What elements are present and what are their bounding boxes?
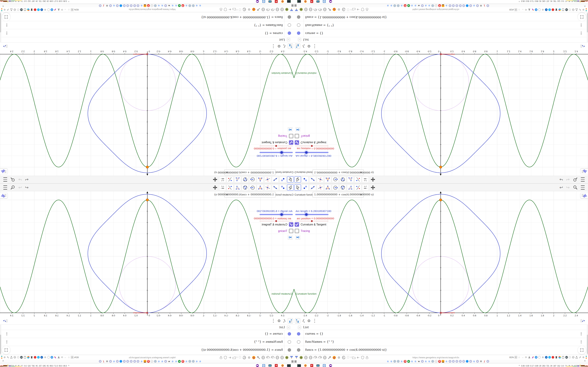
vimium-icon[interactable]: [294, 356, 298, 359]
graph-list-toggle[interactable]: [580, 318, 585, 324]
browser-tab-strip[interactable]: GGGЯwGGWGGiЯGG⚙f ^: [0, 4, 294, 7]
extension-down-blue-icon[interactable]: ↓: [37, 356, 40, 359]
list-collapse-button[interactable]: −: [287, 38, 290, 41]
extension-gear-icon[interactable]: ⚙: [541, 8, 544, 11]
visibility-toggle[interactable]: [297, 15, 300, 19]
lock-icon[interactable]: [219, 8, 223, 11]
tool-conic-through-points[interactable]: [339, 176, 346, 183]
tool-slider[interactable]: a=2: [219, 176, 226, 183]
tab-favicon-flower[interactable]: [421, 4, 424, 7]
tab-pause-icon[interactable]: [291, 4, 293, 7]
extension-ud-icon[interactable]: UD: [565, 8, 568, 11]
view-options-kebab[interactable]: [313, 43, 316, 49]
tab-favicon-google[interactable]: G: [414, 360, 417, 363]
tab-favicon-google[interactable]: G: [473, 4, 476, 7]
tab-favicon-flower[interactable]: [130, 360, 133, 363]
algebra-row[interactable]: curves = {}: [0, 29, 294, 37]
tool-move-graphics-view[interactable]: [212, 184, 218, 191]
tab-favicon-google[interactable]: G: [112, 360, 115, 363]
extension-ud-icon[interactable]: UD: [20, 356, 23, 359]
tab-favicon-dark-gear[interactable]: ⚙: [479, 4, 483, 7]
extension-reload-icon[interactable]: ⟳: [61, 8, 63, 11]
tracing-checkbox[interactable]: [295, 134, 299, 138]
row-options-kebab[interactable]: [7, 23, 7, 27]
settings-button[interactable]: ⚙: [277, 318, 281, 324]
extension-shield-icon[interactable]: [568, 8, 571, 11]
tab-favicon-sphere[interactable]: [154, 4, 157, 7]
extension-down-blue-icon[interactable]: ↓: [548, 8, 551, 11]
tab-favicon-flower[interactable]: [459, 360, 462, 363]
algebra-row[interactable]: curves = {}: [294, 330, 588, 338]
tab-overflow-chevron-icon[interactable]: ^: [2, 4, 4, 7]
tool-line-with-points[interactable]: [227, 184, 233, 191]
launcher-red-badge-icon[interactable]: ⚙: [309, 364, 314, 367]
curvature-function-input[interactable]: 1.000000000000 + cos(4.000000000000 x): [312, 192, 364, 198]
arc-position-slider-knob[interactable]: [275, 145, 277, 147]
play-pause-button[interactable]: [288, 128, 293, 132]
visibility-toggle[interactable]: [297, 32, 300, 35]
tab-favicon-info[interactable]: i: [150, 4, 153, 7]
extension-record-red-icon[interactable]: [34, 356, 37, 359]
fullscreen-button[interactable]: [2, 13, 10, 21]
launcher-monitor-icon[interactable]: [268, 0, 272, 3]
tab-favicon-flower[interactable]: [476, 360, 479, 363]
extension-arrow-right-icon[interactable]: →: [64, 8, 67, 11]
tool-point-with-label[interactable]: A: [302, 176, 309, 183]
tool-angle[interactable]: α: [347, 184, 354, 191]
tab-favicon-google[interactable]: G: [195, 360, 198, 363]
extension-blue-a-icon[interactable]: A: [535, 8, 538, 11]
tool-move-cursor[interactable]: [287, 176, 294, 183]
tab-favicon-info[interactable]: i: [435, 360, 438, 363]
lock-icon[interactable]: [219, 356, 223, 359]
tab-favicon-flower[interactable]: [126, 360, 129, 363]
launcher-privacy-mask-icon[interactable]: [328, 0, 333, 3]
tab-favicon-google[interactable]: G: [411, 4, 414, 7]
visibility-toggle[interactable]: [297, 348, 300, 352]
launcher-terminal-icon[interactable]: ▸_: [287, 0, 291, 3]
row-options-kebab[interactable]: [7, 332, 7, 336]
algebra-row[interactable]: curves = {}: [294, 29, 588, 37]
graph-list-toggle[interactable]: [3, 43, 8, 49]
row-options-kebab[interactable]: [581, 23, 581, 27]
dropdown-arrow-icon[interactable]: [360, 171, 362, 173]
tab-favicon-flower[interactable]: [164, 360, 167, 363]
extension-star-icon[interactable]: ☆: [518, 8, 521, 11]
browser-tab-strip[interactable]: GGGЯwGGWGGiЯGG⚙f ^: [294, 4, 588, 7]
tab-favicon-photos[interactable]: [441, 360, 444, 363]
tool-circle-with-center[interactable]: [249, 176, 256, 183]
extension-translate-icon[interactable]: A: [71, 8, 74, 11]
extension-download-icon[interactable]: [528, 356, 531, 359]
extension-plus-blue-icon[interactable]: +: [545, 356, 548, 359]
launcher-red-badge-icon[interactable]: ⚙: [274, 364, 279, 367]
tab-favicon-google[interactable]: G: [185, 4, 188, 7]
lock-icon[interactable]: [365, 356, 369, 359]
gauge-icon[interactable]: [318, 8, 322, 11]
tab-favicon-yandex[interactable]: Я: [438, 360, 441, 363]
tab-favicon-wikipedia[interactable]: W: [168, 4, 171, 7]
tab-favicon-flower[interactable]: [486, 360, 489, 363]
tab-favicon-flower[interactable]: [123, 4, 126, 7]
launcher-privacy-mask-icon[interactable]: [255, 364, 260, 367]
extension-download-icon[interactable]: [528, 8, 531, 11]
tab-favicon-wikipedia[interactable]: W: [417, 4, 420, 7]
extension-gear-icon[interactable]: ⚙: [582, 356, 585, 359]
vimium-icon[interactable]: [290, 356, 294, 359]
extension-gear-icon[interactable]: ⚙: [582, 8, 585, 11]
arc-position-slider-knob[interactable]: [311, 220, 313, 222]
tab-favicon-photos[interactable]: [441, 4, 444, 7]
extension-wrench-icon[interactable]: [579, 356, 581, 359]
tab-favicon-info[interactable]: i: [435, 4, 438, 7]
tool-move-cursor[interactable]: [294, 176, 301, 183]
tab-favicon-google[interactable]: G: [199, 4, 202, 7]
tool-intersecting-lines[interactable]: [317, 184, 324, 191]
tab-pause-icon[interactable]: [295, 360, 297, 363]
launcher-terminal-icon[interactable]: ▸_: [297, 0, 301, 3]
graph-list-toggle[interactable]: [580, 43, 585, 49]
row-options-kebab[interactable]: [581, 31, 581, 35]
screenshot-icon[interactable]: [299, 356, 303, 359]
tab-favicon-green-w[interactable]: w: [178, 4, 181, 7]
scrollbar-thumb[interactable]: [587, 13, 588, 32]
extension-plus-blue-icon[interactable]: +: [40, 8, 43, 11]
visibility-toggle[interactable]: [288, 332, 291, 335]
extension-star-icon[interactable]: ☆: [518, 356, 521, 359]
